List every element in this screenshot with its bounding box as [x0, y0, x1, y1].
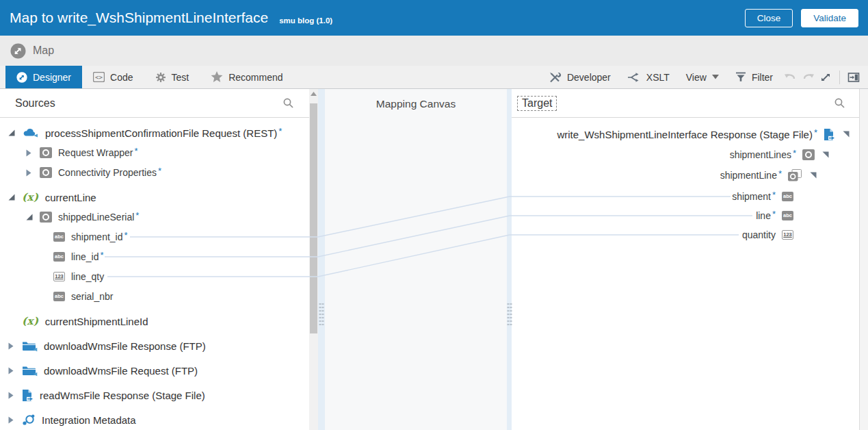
developer-toggle[interactable]: Developer	[540, 72, 619, 83]
sources-scrollbar[interactable]	[309, 89, 318, 430]
sources-panel: Sources processShipmentConfirmationFile …	[0, 89, 309, 430]
search-icon[interactable]	[282, 97, 294, 109]
xslt-toggle[interactable]: XSLT	[619, 72, 678, 83]
source-item-shippedlineserial[interactable]: shippedLineSerial*	[0, 207, 309, 227]
source-item-line-id[interactable]: abcline_id*	[0, 247, 309, 266]
file-icon	[22, 389, 34, 402]
target-item-shipmentline[interactable]: shipmentLine*	[512, 166, 859, 185]
tab-test[interactable]: Test	[144, 66, 200, 88]
tab-label: Code	[110, 72, 133, 83]
svg-text:<>: <>	[95, 74, 103, 81]
target-item-label: shipment	[732, 191, 771, 202]
source-item-shipment-id[interactable]: abcshipment_id*	[0, 227, 309, 246]
scroll-up-icon	[311, 92, 317, 96]
collapsed-arrow-icon[interactable]	[8, 342, 22, 350]
target-header: Target	[512, 89, 859, 118]
panel-toggle-icon	[847, 72, 860, 83]
right-splitter[interactable]	[507, 89, 512, 430]
code-icon: <>	[93, 72, 105, 82]
target-arrow-icon[interactable]	[822, 151, 829, 158]
target-item-line[interactable]: line*abc	[512, 206, 859, 225]
source-item-line-qty[interactable]: 123line_qty	[0, 267, 309, 286]
collapsed-arrow-icon[interactable]	[8, 367, 22, 375]
expanded-arrow-icon[interactable]	[8, 129, 22, 136]
source-item-label: downloadWmsFile Response (FTP)	[44, 340, 206, 352]
tab-recommend[interactable]: Recommend	[200, 66, 293, 88]
chevron-down-icon	[712, 75, 719, 79]
target-title: Target	[517, 96, 557, 111]
splitter-grip[interactable]	[319, 303, 324, 327]
source-item-downloadwmsfile-request-ftp[interactable]: downloadWmsFile Request (FTP)	[0, 361, 309, 380]
source-item-request-wrapper[interactable]: Request Wrapper*	[0, 143, 309, 162]
redo-button[interactable]	[799, 68, 817, 86]
tab-code[interactable]: <>Code	[82, 66, 144, 88]
breadcrumb: Map	[33, 45, 54, 57]
required-asterisk: *	[778, 168, 782, 179]
target-item-label: shipmentLines	[730, 149, 791, 160]
number-icon: 123	[782, 230, 793, 240]
target-item-shipment[interactable]: shipment*abc	[512, 187, 859, 206]
source-item-processshipmentconfirmationfile-request-rest[interactable]: processShipmentConfirmationFile Request …	[0, 123, 309, 142]
required-asterisk: *	[772, 209, 776, 219]
validate-button[interactable]: Validate	[801, 9, 858, 27]
left-splitter[interactable]	[318, 89, 325, 430]
collapsed-arrow-icon[interactable]	[8, 416, 22, 424]
search-icon[interactable]	[834, 97, 845, 109]
target-arrow-icon[interactable]	[810, 172, 817, 179]
undo-button[interactable]	[781, 68, 799, 86]
collapsed-arrow-icon[interactable]	[8, 392, 22, 399]
source-item-serial-nbr[interactable]: abcserial_nbr	[0, 287, 309, 306]
scrollbar-thumb[interactable]	[310, 103, 317, 333]
source-item-readwmsfile-response-stage-file[interactable]: readWmsFile Response (Stage File)	[0, 385, 309, 405]
mapping-canvas: Mapping Canvas	[325, 89, 507, 430]
expanded-arrow-icon[interactable]	[26, 214, 40, 220]
maximize-button[interactable]	[817, 68, 834, 86]
close-button[interactable]: Close	[745, 9, 793, 27]
tab-designer[interactable]: Designer	[5, 66, 82, 88]
string-icon: abc	[53, 292, 65, 301]
splitter-grip[interactable]	[507, 303, 512, 327]
toolbar-separator	[839, 71, 840, 84]
undo-icon	[784, 72, 797, 83]
source-item-integration-metadata[interactable]: Integration Metadata	[0, 410, 309, 429]
file-icon	[824, 128, 835, 141]
string-icon: abc	[782, 192, 793, 201]
source-item-label: serial_nbr	[71, 291, 113, 302]
map-icon	[16, 72, 27, 83]
cloud-request-icon	[22, 127, 39, 139]
source-item-label: line_id	[71, 251, 98, 262]
target-item-quantity[interactable]: quantity123	[512, 225, 859, 244]
folder-icon	[22, 340, 38, 352]
source-item-label: shippedLineSerial	[58, 212, 134, 223]
target-item-label: line	[756, 210, 771, 221]
source-item-label: Connectivity Properties	[58, 167, 157, 178]
toggle-panel-button[interactable]	[845, 68, 863, 86]
source-item-downloadwmsfile-response-ftp[interactable]: downloadWmsFile Response (FTP)	[0, 336, 309, 355]
view-tabs: Designer<>CodeTestRecommend	[5, 66, 294, 88]
element-icon	[40, 167, 52, 178]
target-item-write-wshshipmentlineinterface-response-stage-file[interactable]: write_WshShipmentLineInterface Response …	[512, 125, 859, 144]
redo-icon	[802, 72, 815, 83]
collapsed-arrow-icon[interactable]	[26, 149, 40, 157]
target-item-label: shipmentLine	[720, 170, 777, 181]
number-icon: 123	[53, 272, 65, 281]
target-item-label: write_WshShipmentLineInterface Response …	[557, 129, 813, 140]
required-asterisk: *	[134, 146, 137, 156]
element-icon	[40, 212, 52, 223]
filter-button[interactable]: Filter	[727, 72, 781, 83]
star-icon	[211, 71, 223, 83]
tab-label: Test	[172, 72, 189, 83]
target-arrow-icon[interactable]	[843, 131, 850, 138]
required-asterisk: *	[124, 230, 128, 240]
scroll-up-button[interactable]	[309, 89, 318, 99]
collapsed-arrow-icon[interactable]	[26, 169, 40, 177]
target-item-shipmentlines[interactable]: shipmentLines*	[512, 145, 859, 164]
source-item-connectivity-properties[interactable]: Connectivity Properties*	[0, 163, 309, 182]
source-item-currentshipmentlineid[interactable]: (x)currentShipmentLineId	[0, 312, 309, 331]
xslt-icon	[627, 72, 641, 83]
view-menu[interactable]: View	[678, 72, 727, 83]
target-tree: write_WshShipmentLineInterface Response …	[512, 118, 859, 430]
target-panel: Target write_WshShipmentLineInterface Re…	[512, 89, 859, 430]
source-item-currentline[interactable]: (x)currentLine	[0, 188, 309, 207]
expanded-arrow-icon[interactable]	[8, 194, 22, 201]
